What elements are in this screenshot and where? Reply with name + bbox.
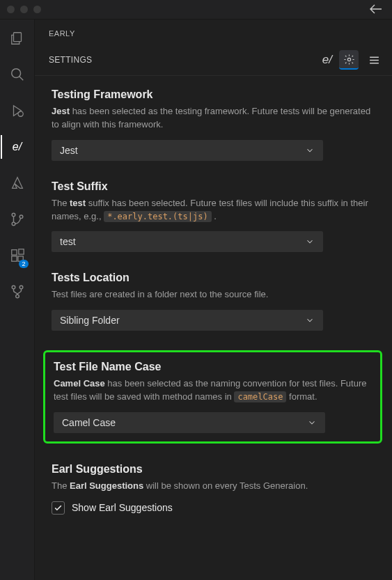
section-desc: The Earl Suggestions will be shown on ev… [52, 480, 378, 493]
section-title: Test File Name Case [54, 361, 372, 373]
title-bar [0, 0, 392, 19]
section-desc: Jest has been selected as the testing fr… [52, 105, 378, 132]
svg-point-1 [11, 69, 20, 78]
menu-button[interactable] [364, 50, 384, 70]
svg-rect-6 [11, 250, 16, 255]
svg-point-3 [12, 213, 15, 217]
select-value: test [60, 236, 76, 247]
section-desc: Test files are created in a folder next … [52, 288, 378, 301]
suffix-select[interactable]: test [52, 231, 323, 252]
window-controls [7, 6, 41, 13]
settings-bar: SETTINGS e/ [35, 38, 392, 76]
svg-point-5 [19, 215, 23, 219]
back-arrow-icon[interactable] [370, 4, 382, 14]
activity-fork[interactable] [1, 280, 34, 304]
early-panel: EARLY SETTINGS e/ Testing Framework Jest… [35, 19, 392, 580]
select-value: Sibling Folder [60, 315, 120, 326]
activity-files[interactable] [1, 26, 34, 50]
svg-rect-9 [18, 249, 23, 254]
select-value: Camel Case [62, 417, 116, 428]
section-tests-location: Tests Location Test files are created in… [52, 272, 378, 331]
activity-bar: e/ 2 [0, 19, 35, 580]
settings-gear-button[interactable] [339, 50, 359, 70]
svg-point-10 [12, 285, 15, 289]
activity-extensions[interactable]: 2 [1, 244, 34, 267]
window-close-dot[interactable] [7, 6, 15, 13]
extensions-badge: 2 [19, 260, 28, 268]
chevron-down-icon [305, 146, 315, 155]
activity-azure[interactable] [1, 171, 34, 195]
show-suggestions-checkbox[interactable] [52, 501, 65, 515]
svg-rect-0 [13, 33, 21, 42]
section-earl-suggestions: Earl Suggestions The Earl Suggestions wi… [52, 463, 378, 515]
svg-rect-7 [11, 256, 16, 261]
section-desc: Camel Case has been selected as the nami… [54, 377, 372, 404]
svg-point-13 [347, 58, 350, 61]
activity-source-control[interactable] [1, 207, 34, 231]
svg-point-2 [17, 111, 22, 116]
activity-debug[interactable] [1, 99, 34, 123]
early-logo-icon: e/ [13, 141, 22, 153]
section-title: Tests Location [52, 272, 378, 284]
panel-title: EARLY [49, 29, 378, 38]
svg-point-11 [19, 285, 23, 289]
section-test-suffix: Test Suffix The test suffix has been sel… [52, 180, 378, 253]
location-select[interactable]: Sibling Folder [52, 310, 323, 331]
select-value: Jest [60, 145, 78, 156]
window-min-dot[interactable] [20, 6, 28, 13]
chevron-down-icon [305, 315, 315, 325]
code-snippet: camelCase [234, 391, 286, 402]
code-snippet: *.early.test.(ts|js) [104, 211, 212, 222]
brand-logo-icon[interactable]: e/ [322, 53, 334, 67]
filecase-select[interactable]: Camel Case [54, 412, 325, 433]
chevron-down-icon [307, 418, 317, 428]
activity-search[interactable] [1, 63, 34, 86]
chevron-down-icon [305, 237, 315, 246]
window-max-dot[interactable] [33, 6, 41, 13]
section-desc: The test suffix has been selected. Futur… [52, 197, 378, 224]
section-title: Earl Suggestions [52, 463, 378, 476]
activity-early[interactable]: e/ [1, 135, 34, 159]
framework-select[interactable]: Jest [52, 140, 323, 161]
section-testing-framework: Testing Framework Jest has been selected… [52, 88, 378, 161]
svg-point-4 [12, 222, 15, 226]
svg-point-12 [15, 295, 19, 298]
section-file-name-case: Test File Name Case Camel Case has been … [43, 350, 382, 444]
settings-label: SETTINGS [49, 55, 92, 65]
checkbox-label: Show Earl Suggestions [72, 502, 173, 513]
section-title: Test Suffix [52, 180, 378, 193]
section-title: Testing Framework [52, 88, 378, 101]
